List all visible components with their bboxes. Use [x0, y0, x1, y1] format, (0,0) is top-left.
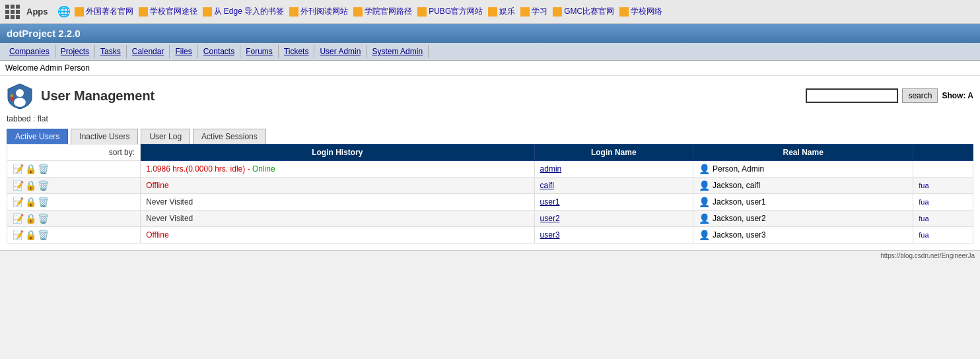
- real-name-content: 👤 Jackson, user1: [699, 197, 907, 207]
- page-title-group: User Management: [7, 82, 155, 109]
- nav-item-files[interactable]: Files: [170, 45, 197, 58]
- login-history-value: 1.0986 hrs.(0.0000 hrs. idle) -: [146, 164, 252, 174]
- fua-label[interactable]: fua: [919, 198, 928, 206]
- col-real-name: Real Name: [693, 145, 913, 161]
- sort-by-cell: sort by:: [7, 145, 141, 161]
- bookmark-label: 学院官网路径: [365, 6, 412, 17]
- search-input[interactable]: [806, 88, 898, 103]
- bookmark-item[interactable]: 外刊阅读网站: [289, 6, 348, 17]
- nav-item-tickets[interactable]: Tickets: [279, 45, 315, 58]
- bookmark-folder-icon: [289, 7, 298, 16]
- fua-label[interactable]: fua: [919, 231, 928, 239]
- search-group: search Show: A: [806, 88, 973, 103]
- bookmark-label: 外国著名官网: [86, 6, 133, 17]
- globe-icon[interactable]: 🌐: [57, 5, 71, 18]
- action-icons-cell: 📝 🔒 🗑️: [7, 227, 141, 244]
- bookmark-folder-icon: [488, 7, 497, 16]
- bookmark-item[interactable]: 学习: [520, 6, 547, 17]
- status-bar: https://blog.csdn.net/EngineerJa: [0, 250, 980, 261]
- lock-icon[interactable]: 🔒: [25, 197, 36, 207]
- action-icons: 📝 🔒 🗑️: [13, 197, 135, 207]
- login-name-link[interactable]: user3: [540, 230, 560, 240]
- nav-item-system-admin[interactable]: System Admin: [367, 45, 429, 58]
- bookmark-folder-icon: [417, 7, 427, 16]
- bookmark-folder-icon: [520, 7, 530, 16]
- nav-bar: CompaniesProjectsTasksCalendarFilesConta…: [0, 43, 980, 61]
- bookmark-label: 学校官网途径: [150, 6, 197, 17]
- apps-label: Apps: [26, 7, 48, 16]
- bookmark-item[interactable]: PUBG官方网站: [417, 6, 483, 17]
- bookmark-item[interactable]: 学院官网路径: [353, 6, 412, 17]
- app-header: dotProject 2.2.0: [0, 24, 980, 43]
- user-management-icon: [7, 82, 33, 109]
- tab-active-sessions[interactable]: Active Sessions: [193, 129, 266, 144]
- real-name-cell: 👤 Jackson, user1: [693, 194, 913, 211]
- nav-item-companies[interactable]: Companies: [4, 45, 55, 58]
- bookmark-item[interactable]: 娱乐: [488, 6, 515, 17]
- bookmark-item[interactable]: 学校网络: [619, 6, 662, 17]
- lock-icon[interactable]: 🔒: [25, 230, 36, 240]
- bookmark-label: 学校网络: [631, 6, 662, 17]
- login-name-link[interactable]: user2: [540, 214, 560, 223]
- tab-user-log[interactable]: User Log: [141, 129, 190, 144]
- col-extra: [913, 145, 973, 161]
- delete-icon[interactable]: 🗑️: [38, 180, 49, 191]
- tab-active-users[interactable]: Active Users: [7, 129, 68, 144]
- action-icons-cell: 📝 🔒 🗑️: [7, 178, 141, 194]
- delete-icon[interactable]: 🗑️: [38, 213, 49, 224]
- login-name-cell: caifl: [534, 178, 693, 194]
- nav-item-contacts[interactable]: Contacts: [198, 45, 240, 58]
- lock-icon[interactable]: 🔒: [25, 164, 36, 174]
- edit-icon[interactable]: 📝: [13, 230, 24, 240]
- login-name-link[interactable]: caifl: [540, 181, 554, 190]
- fua-label[interactable]: fua: [919, 181, 928, 189]
- table-row: 📝 🔒 🗑️ Never Visiteduser1 👤 Jackson, use…: [7, 194, 973, 211]
- nav-item-user-admin[interactable]: User Admin: [314, 45, 367, 58]
- tab-inactive-users[interactable]: Inactive Users: [71, 129, 138, 144]
- col-login-name: Login Name: [534, 145, 693, 161]
- table-row: 📝 🔒 🗑️ 1.0986 hrs.(0.0000 hrs. idle) - O…: [7, 161, 973, 178]
- extra-cell: fua: [913, 194, 973, 211]
- extra-cell: fua: [913, 227, 973, 244]
- login-name-link[interactable]: admin: [540, 164, 562, 174]
- real-name-cell: 👤 Jackson, user3: [693, 227, 913, 244]
- edit-icon[interactable]: 📝: [13, 197, 24, 207]
- bookmark-item[interactable]: 学校官网途径: [139, 6, 197, 17]
- real-name-cell: 👤 Jackson, user2: [693, 211, 913, 227]
- bookmark-label: 娱乐: [499, 6, 515, 17]
- real-name-content: 👤 Jackson, caifl: [699, 180, 907, 191]
- login-name-link[interactable]: user1: [540, 197, 560, 207]
- bookmark-item[interactable]: GMC比赛官网: [553, 6, 614, 17]
- tabbed-label: tabbed : flat: [7, 114, 973, 123]
- fua-label[interactable]: fua: [919, 214, 928, 222]
- edit-icon[interactable]: 📝: [13, 180, 24, 191]
- login-history-cell: 1.0986 hrs.(0.0000 hrs. idle) - Online: [141, 161, 534, 178]
- nav-item-calendar[interactable]: Calendar: [127, 45, 170, 58]
- login-name-cell: user3: [534, 227, 693, 244]
- browser-bar: Apps 🌐 外国著名官网学校官网途径从 Edge 导入的书签外刊阅读网站学院官…: [0, 0, 980, 24]
- delete-icon[interactable]: 🗑️: [38, 197, 49, 207]
- table-body: 📝 🔒 🗑️ 1.0986 hrs.(0.0000 hrs. idle) - O…: [7, 161, 973, 244]
- delete-icon[interactable]: 🗑️: [38, 230, 49, 240]
- lock-icon[interactable]: 🔒: [25, 213, 36, 224]
- edit-icon[interactable]: 📝: [13, 164, 24, 174]
- page-title: User Management: [41, 88, 155, 104]
- nav-item-tasks[interactable]: Tasks: [95, 45, 127, 58]
- bookmark-label: GMC比赛官网: [564, 6, 614, 17]
- nav-item-forums[interactable]: Forums: [240, 45, 279, 58]
- apps-grid-icon[interactable]: [5, 5, 20, 19]
- delete-icon[interactable]: 🗑️: [38, 164, 49, 174]
- person-icon: 👤: [699, 164, 710, 174]
- bookmark-item[interactable]: 外国著名官网: [75, 6, 133, 17]
- edit-icon[interactable]: 📝: [13, 213, 24, 224]
- action-icons-cell: 📝 🔒 🗑️: [7, 211, 141, 227]
- page-header: User Management search Show: A: [7, 82, 973, 109]
- bookmark-item[interactable]: 从 Edge 导入的书签: [203, 6, 285, 17]
- lock-icon[interactable]: 🔒: [25, 180, 36, 191]
- show-label: Show: A: [942, 91, 973, 100]
- action-icons-cell: 📝 🔒 🗑️: [7, 194, 141, 211]
- nav-item-projects[interactable]: Projects: [55, 45, 95, 58]
- table-header-row: sort by: Login History Login Name Real N…: [7, 145, 973, 161]
- search-button[interactable]: search: [902, 88, 938, 103]
- real-name-value: Jackson, user1: [713, 197, 766, 207]
